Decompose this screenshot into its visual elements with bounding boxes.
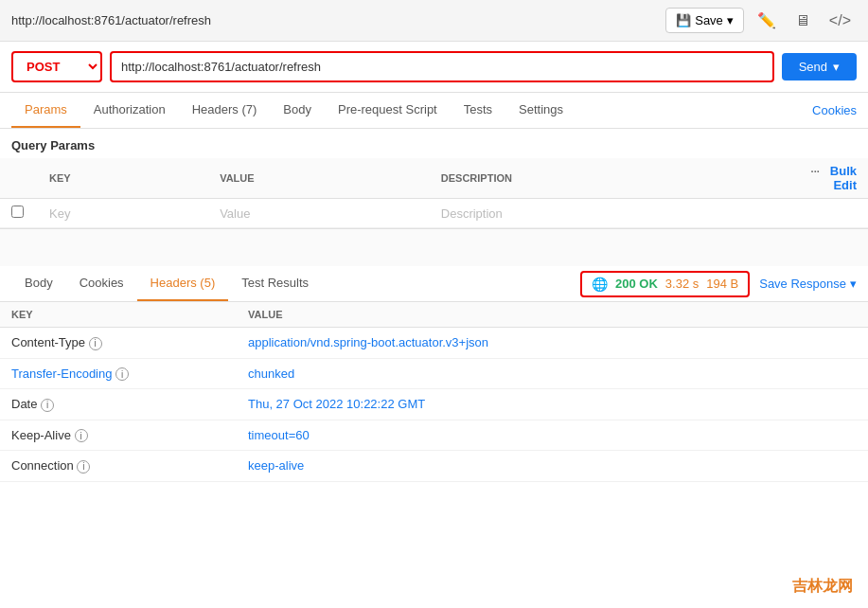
status-time: 3.32 s [665,277,699,291]
info-icon[interactable]: i [89,337,102,350]
response-tab-cookies[interactable]: Cookies [66,266,137,301]
response-row: Content-Type iapplication/vnd.spring-boo… [0,328,868,359]
resp-key-cell: Connection i [0,451,237,482]
resp-col-value: VALUE [237,302,868,328]
response-row: Keep-Alive itimeout=60 [0,420,868,451]
send-dropdown-icon: ▾ [833,60,840,74]
save-response-button[interactable]: Save Response ▾ [759,277,857,291]
cookies-link[interactable]: Cookies [812,103,857,117]
tab-params[interactable]: Params [11,93,80,128]
resp-col-key: KEY [0,302,237,328]
request-tabs: Params Authorization Headers (7) Body Pr… [0,93,868,129]
page-title: http://localhost:8761/actuator/refresh [11,13,665,27]
resp-key-cell: Date i [0,389,237,420]
code-icon-button[interactable]: </> [824,9,857,33]
response-row: Connection ikeep-alive [0,451,868,482]
response-tab-testresults[interactable]: Test Results [228,266,322,301]
status-code: 200 OK [615,277,658,291]
tab-authorization[interactable]: Authorization [80,93,179,128]
resp-key-cell: Keep-Alive i [0,420,237,451]
response-tab-headers[interactable]: Headers (5) [137,266,229,301]
display-icon-button[interactable]: 🖥 [789,9,816,33]
response-row: Date iThu, 27 Oct 2022 10:22:22 GMT [0,389,868,420]
response-headers-table: KEY VALUE Content-Type iapplication/vnd.… [0,302,868,482]
bulk-edit-link[interactable]: Bulk Edit [830,164,857,192]
resp-value-cell: chunked [237,358,868,389]
top-bar: http://localhost:8761/actuator/refresh 💾… [0,0,868,42]
desc-cell: Description [430,199,792,228]
col-key: KEY [38,158,208,199]
key-cell: Key [38,199,208,228]
value-cell: Value [208,199,430,228]
response-tab-body[interactable]: Body [11,266,66,301]
resp-value-cell: Thu, 27 Oct 2022 10:22:22 GMT [237,389,868,420]
status-badge: 🌐 200 OK 3.32 s 194 B [580,271,750,297]
resp-value-cell: timeout=60 [237,420,868,451]
url-input-wrapper [110,51,774,82]
save-button[interactable]: 💾 Save ▾ [665,8,744,33]
col-description: DESCRIPTION [430,158,792,199]
resp-value-cell: application/vnd.spring-boot.actuator.v3+… [237,328,868,359]
tab-settings[interactable]: Settings [505,93,576,128]
col-actions: ··· Bulk Edit [792,158,868,199]
globe-icon: 🌐 [592,277,608,292]
response-tabs: Body Cookies Headers (5) Test Results 🌐 … [0,266,868,302]
info-icon[interactable]: i [115,367,129,381]
col-value: VALUE [208,158,430,199]
row-checkbox[interactable] [11,206,24,218]
save-response-dropdown-icon: ▾ [850,277,857,291]
tab-prerequest[interactable]: Pre-request Script [325,93,451,128]
resp-key-cell: Content-Type i [0,328,237,359]
tab-headers[interactable]: Headers (7) [179,93,271,128]
info-icon[interactable]: i [77,460,90,474]
params-table: KEY VALUE DESCRIPTION ··· Bulk Edit Key … [0,158,868,228]
table-row: Key Value Description [0,199,868,228]
info-icon[interactable]: i [75,429,88,442]
top-bar-actions: 💾 Save ▾ ✏️ 🖥 </> [665,8,857,33]
tab-tests[interactable]: Tests [451,93,505,128]
query-params-title: Query Params [0,129,868,158]
send-button[interactable]: Send ▾ [782,53,857,80]
response-row: Transfer-Encoding ichunked [0,358,868,389]
status-size: 194 B [706,277,738,291]
response-status-area: 🌐 200 OK 3.32 s 194 B Save Response ▾ [580,271,857,297]
resp-value-cell: keep-alive [237,451,868,482]
resp-key-cell: Transfer-Encoding i [0,358,237,389]
save-dropdown-icon: ▾ [727,13,734,27]
save-icon: 💾 [676,13,691,27]
method-select[interactable]: POST GET PUT DELETE PATCH [11,51,102,82]
edit-icon-button[interactable]: ✏️ [752,8,782,33]
request-bar: POST GET PUT DELETE PATCH Send ▾ [0,42,868,93]
info-icon[interactable]: i [41,399,54,412]
url-input[interactable] [112,53,772,80]
tab-body[interactable]: Body [270,93,325,128]
